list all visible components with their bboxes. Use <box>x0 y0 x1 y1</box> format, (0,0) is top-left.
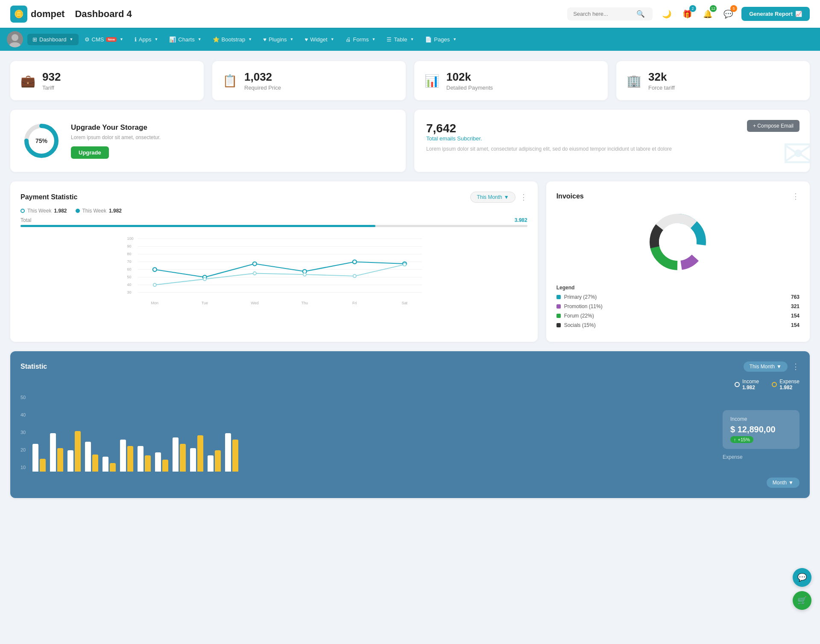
legend-dot-2 <box>76 209 80 213</box>
svg-point-30 <box>353 260 357 264</box>
income-box: Income $ 12,890,00 ↑ +15% <box>723 410 800 449</box>
required-price-label: Required Price <box>244 85 281 91</box>
chevron-down-icon-table: ▼ <box>410 37 414 41</box>
svg-text:50: 50 <box>127 275 132 279</box>
chevron-down-icon-statistic: ▼ <box>776 364 782 370</box>
bar-group-10 <box>190 435 203 472</box>
nav-avatar <box>7 31 23 47</box>
bar-group-3 <box>67 431 81 472</box>
legend-sq-primary <box>556 295 561 299</box>
nav-item-dashboard[interactable]: ⊞ Dashboard ▼ <box>27 34 79 45</box>
bar-white-1 <box>32 444 38 472</box>
bar-white-3 <box>67 450 73 472</box>
float-support-button[interactable]: 💬 <box>793 568 811 587</box>
income-box-value: $ 12,890,00 <box>730 425 792 434</box>
email-count: 7,642 <box>426 122 798 135</box>
chevron-down-icon-forms: ▼ <box>372 37 375 41</box>
svg-text:80: 80 <box>127 252 132 256</box>
expense-label-bottom: Expense <box>723 454 800 460</box>
tariff-value: 932 <box>42 70 61 84</box>
nav-item-forms[interactable]: 🖨 Forms ▼ <box>340 34 381 45</box>
legend-label-promotion: Promotion (11%) <box>564 303 603 309</box>
bar-yellow-1 <box>40 459 46 472</box>
svg-text:100: 100 <box>127 236 134 241</box>
nav-item-apps[interactable]: ℹ Apps ▼ <box>129 34 164 45</box>
force-tariff-value: 32k <box>648 70 675 84</box>
float-cart-button[interactable]: 🛒 <box>793 591 811 610</box>
legend-count-forum: 154 <box>791 313 800 319</box>
chevron-down-icon-plugins: ▼ <box>290 37 294 41</box>
invoices-card: Invoices ⋮ <box>546 181 810 342</box>
expense-legend-item: Expense 1.982 <box>772 379 800 390</box>
payment-filter-button[interactable]: This Month ▼ <box>470 192 515 203</box>
nav-item-bootstrap[interactable]: ⭐ Bootstrap ▼ <box>208 34 258 45</box>
bar-white-4 <box>85 442 91 472</box>
generate-report-button[interactable]: Generate Report 📈 <box>741 7 810 21</box>
nav-label-dashboard: Dashboard <box>39 36 67 43</box>
bar-yellow-6 <box>127 446 133 472</box>
upgrade-button[interactable]: Upgrade <box>71 146 109 159</box>
legend-sq-forum <box>556 314 561 318</box>
payment-statistic-card: Payment Statistic This Month ▼ ⋮ This We… <box>10 181 538 342</box>
nav-item-cms[interactable]: ⚙ CMS New ▼ <box>79 34 129 45</box>
gift-icon-button[interactable]: 🎁 2 <box>680 7 694 21</box>
search-input[interactable] <box>573 11 633 17</box>
logo-icon: 🪙 <box>10 6 27 23</box>
svg-text:70: 70 <box>127 259 132 264</box>
statistic-menu-button[interactable]: ⋮ <box>792 362 800 371</box>
logo: 🪙 dompet <box>10 6 64 23</box>
bar-white-6 <box>120 440 126 472</box>
force-tariff-label: Force tariff <box>648 85 675 91</box>
bar-white-8 <box>155 452 161 472</box>
statistic-filter-button[interactable]: This Month ▼ <box>744 361 788 372</box>
y-axis: 50 40 30 20 10 <box>20 395 26 472</box>
nav-label-table: Table <box>394 36 407 43</box>
legend-label-socials: Socials (15%) <box>564 322 596 328</box>
bar-group-1 <box>32 444 46 472</box>
svg-point-0 <box>12 34 18 41</box>
invoices-menu-button[interactable]: ⋮ <box>792 192 800 201</box>
forms-icon: 🖨 <box>346 36 351 43</box>
svg-point-28 <box>253 262 257 266</box>
stats-row: 💼 932 Tariff 📋 1,032 Required Price 📊 10… <box>10 61 810 100</box>
total-bar <box>20 225 527 227</box>
force-tariff-icon: 🏢 <box>627 74 641 88</box>
payment-menu-button[interactable]: ⋮ <box>520 192 527 202</box>
month-dropdown-button[interactable]: Month ▼ <box>767 478 800 488</box>
payment-legends: This Week 1.982 This Week 1.982 <box>20 208 527 214</box>
payment-line-chart: 100 90 80 70 60 50 40 30 Mon Tue <box>20 233 527 310</box>
income-legend-value: 1.982 <box>742 385 759 390</box>
payment-title: Payment Statistic <box>20 193 77 201</box>
nav-item-plugins[interactable]: ♥ Plugins ▼ <box>258 34 299 45</box>
notification-button[interactable]: 🔔 12 <box>700 7 715 21</box>
header-actions: 🌙 🎁 2 🔔 12 💬 5 Generate Report 📈 <box>659 7 810 21</box>
chevron-down-icon-filter: ▼ <box>504 194 509 200</box>
compose-email-button[interactable]: + Compose Email <box>747 120 800 132</box>
filter-label: This Month <box>477 194 502 200</box>
widget-icon: ♥ <box>305 36 308 43</box>
logo-text: dompet <box>31 9 64 20</box>
gift-badge: 2 <box>689 5 696 12</box>
statistic-title: Statistic <box>20 363 47 370</box>
detailed-payments-label: Detailed Payments <box>446 85 493 91</box>
nav-item-pages[interactable]: 📄 Pages ▼ <box>420 34 462 45</box>
bar-yellow-12 <box>232 440 238 472</box>
charts-icon: 📊 <box>169 36 176 43</box>
theme-toggle-button[interactable]: 🌙 <box>659 7 674 21</box>
nav-item-charts[interactable]: 📊 Charts ▼ <box>164 34 206 45</box>
chevron-down-icon-bootstrap: ▼ <box>248 37 252 41</box>
svg-text:60: 60 <box>127 267 132 271</box>
nav-item-table[interactable]: ☰ Table ▼ <box>381 34 419 45</box>
income-badge: ↑ +15% <box>730 436 753 443</box>
stat-card-tariff: 💼 932 Tariff <box>10 61 204 100</box>
statistic-legend: Income 1.982 Expense 1.982 <box>20 379 800 390</box>
plugins-icon: ♥ <box>263 36 266 43</box>
chat-button[interactable]: 💬 5 <box>721 7 735 21</box>
float-buttons: 💬 🛒 <box>793 568 811 610</box>
pages-icon: 📄 <box>425 36 432 43</box>
bar-group-9 <box>173 437 186 472</box>
bar-group-5 <box>102 457 116 472</box>
bar-group-7 <box>138 446 151 472</box>
nav-item-widget[interactable]: ♥ Widget ▼ <box>299 34 339 45</box>
stat-card-force-tariff: 🏢 32k Force tariff <box>616 61 810 100</box>
